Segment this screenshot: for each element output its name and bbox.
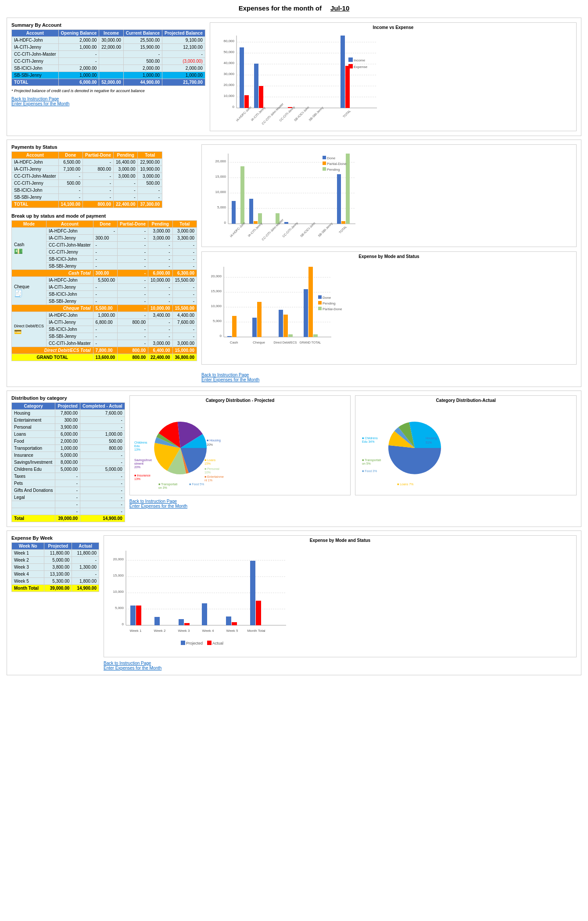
back-to-instruction-link-4[interactable]: Back to Instruction Page — [104, 661, 577, 666]
svg-rect-36 — [348, 57, 353, 62]
svg-rect-156 — [130, 606, 136, 625]
svg-text:Done: Done — [327, 156, 336, 160]
svg-text:0: 0 — [232, 105, 234, 109]
actual-pie-svg: Housing 51% ■ Childrens Edu 34% ■ Transp… — [358, 404, 467, 492]
svg-text:Actual: Actual — [212, 641, 223, 645]
svg-text:on 3%: on 3% — [158, 486, 167, 489]
table-row: Pets-- — [12, 480, 125, 487]
breakdown-table: Mode Account Done Partial-Done Pending T… — [11, 220, 197, 361]
cell-opening: 6,000.00 — [58, 79, 99, 86]
col-income: Income — [99, 30, 124, 37]
cell-projected: - — [162, 51, 205, 58]
svg-text:Partial-Done: Partial-Done — [327, 162, 347, 166]
back-to-instruction-link-2[interactable]: Back to Instruction Page — [201, 373, 577, 377]
section-summary: Summary By Account Account Opening Balan… — [7, 18, 581, 136]
cell-account: CC-CITI-John-Master — [12, 51, 59, 58]
svg-text:Week 2: Week 2 — [154, 629, 166, 633]
table-row: Cheque🧾 IA-HDFC-John 5,500.00 - 10,000.0… — [12, 277, 197, 284]
col-projected: Projected Balance — [162, 30, 205, 37]
proj-pie-title: Category Distribution - Projected — [132, 398, 348, 403]
section-payments: Payments by Status Account Done Partial-… — [7, 140, 581, 387]
payments-chart-svg: 0 5,000 10,000 15,000 20,000 — [204, 147, 358, 244]
cell-income — [99, 72, 124, 79]
table-row: Direct Debit/ECS💳 IA-HDFC-John 1,000.00 … — [12, 312, 197, 319]
table-row: Transportation1,000.00800.00 — [12, 445, 125, 452]
svg-text:■ Food 3%: ■ Food 3% — [362, 469, 377, 473]
svg-text:Savings/Inve: Savings/Inve — [134, 459, 152, 462]
svg-text:15,000: 15,000 — [211, 289, 222, 293]
chart-title: Income vs Expense — [212, 25, 574, 30]
svg-rect-17 — [254, 64, 258, 108]
svg-text:■ Housing: ■ Housing — [207, 439, 221, 442]
table-row: CC-CITI-Jenny 500.00 - - 500.00 — [12, 180, 162, 187]
svg-rect-16 — [244, 95, 249, 108]
cell-current: 1,000.00 — [123, 72, 162, 79]
cell-projected: 9,100.00 — [162, 37, 205, 44]
table-row: IA-CITI-Jenny 1,000.00 22,000.00 15,900.… — [12, 44, 205, 51]
svg-text:IA-CITI-Jenny: IA-CITI-Jenny — [247, 222, 264, 238]
svg-text:0: 0 — [122, 622, 124, 626]
svg-rect-28 — [345, 66, 350, 108]
section-weekly: Expense By Week Week No Projected Actual… — [7, 530, 581, 675]
payments-total-row: TOTAL 14,100.00 800.00 22,400.00 37,300.… — [12, 201, 162, 208]
cell-projected: 1,000.00 — [162, 72, 205, 79]
enter-expenses-link-2[interactable]: Enter Expenses for the Month — [201, 377, 577, 382]
enter-expenses-link[interactable]: Enter Expenses for the Month — [11, 101, 205, 106]
table-row: Childrens Edu5,000.005,000.00 — [12, 466, 125, 473]
week-table-area: Expense By Week Week No Projected Actual… — [11, 535, 99, 670]
table-row: -- — [12, 508, 125, 515]
svg-rect-107 — [313, 334, 318, 337]
svg-text:■ Entertainme: ■ Entertainme — [204, 475, 224, 478]
svg-rect-157 — [136, 606, 141, 625]
enter-expenses-link-4[interactable]: Enter Expenses for the Month — [104, 666, 577, 670]
col-current: Current Balance — [123, 30, 162, 37]
svg-rect-55 — [254, 221, 258, 224]
enter-expenses-link-3[interactable]: Enter Expenses for the Month — [129, 504, 577, 509]
table-row: Cash💵 IA-HDFC-John - - 3,000.00 3,000.00 — [12, 228, 197, 235]
dist-title: Distribution by category — [11, 395, 125, 401]
svg-text:GRAND TOTAL: GRAND TOTAL — [300, 341, 321, 344]
weekly-table: Week No Projected Actual Week 111,800.00… — [11, 542, 99, 592]
cell-income — [99, 51, 124, 58]
svg-rect-116 — [318, 307, 322, 310]
svg-text:■ Loans 7%: ■ Loans 7% — [397, 483, 413, 486]
svg-text:■ Childrens: ■ Childrens — [362, 437, 378, 440]
svg-text:Pending: Pending — [323, 301, 335, 305]
page-title: Expenses for the month of — [239, 4, 322, 12]
svg-text:10,000: 10,000 — [113, 590, 124, 594]
svg-rect-79 — [323, 156, 326, 159]
cell-account: SB-ICICI-John — [12, 65, 59, 72]
svg-rect-38 — [348, 64, 353, 68]
cell-opening: 1,000.00 — [58, 44, 99, 51]
cell-income: 30,000.00 — [99, 37, 124, 44]
svg-text:Edu: Edu — [134, 444, 140, 448]
svg-rect-104 — [288, 334, 293, 337]
svg-text:5,000: 5,000 — [213, 319, 222, 323]
breakdown-title: Break up by status and mode of payment — [11, 213, 197, 219]
svg-text:Edu 34%: Edu 34% — [362, 440, 374, 443]
svg-text:Expense: Expense — [354, 65, 368, 69]
cash-subtotal-row: Cash Total 300.00 - 6,000.00 6,300.00 — [12, 270, 197, 277]
svg-rect-166 — [250, 561, 255, 625]
svg-text:20%: 20% — [207, 443, 213, 446]
summary-chart-area: Income vs Expense 0 10,000 20,000 30,000… — [210, 22, 577, 131]
svg-text:20,000: 20,000 — [215, 159, 226, 163]
week-chart-title: Expense by Mode and Status — [106, 538, 574, 543]
table-row: CC-CITI-Jenny - 500.00 (3,000.00) — [12, 58, 205, 65]
cell-current: 500.00 — [123, 58, 162, 65]
svg-text:■ Personal: ■ Personal — [204, 467, 219, 470]
svg-text:Direct Debit/ECS: Direct Debit/ECS — [274, 341, 297, 344]
cell-current: - — [123, 51, 162, 58]
svg-rect-160 — [179, 619, 184, 625]
cell-opening: 2,000.00 — [58, 37, 99, 44]
svg-text:60,000: 60,000 — [223, 39, 234, 43]
cell-projected: 2,000.00 — [162, 65, 205, 72]
svg-rect-164 — [226, 616, 231, 625]
table-row: -- — [12, 501, 125, 508]
svg-text:■ Insurance: ■ Insurance — [134, 474, 151, 477]
svg-text:20,000: 20,000 — [223, 83, 234, 87]
income-expense-chart: Income vs Expense 0 10,000 20,000 30,000… — [210, 22, 577, 131]
cell-current: 44,900.00 — [123, 79, 162, 86]
back-to-instruction-link[interactable]: Back to Instruction Page — [11, 97, 205, 101]
back-to-instruction-link-3[interactable]: Back to Instruction Page — [129, 499, 577, 504]
